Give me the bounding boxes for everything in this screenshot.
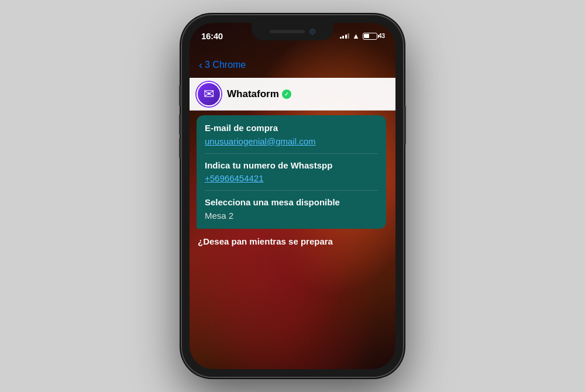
battery-icon [363,33,377,40]
battery-container: 43 [363,33,385,40]
battery-percentage: 43 [378,33,385,39]
back-chevron-icon: ‹ [199,59,202,71]
chat-area: E-mail de compra unusuariogenial@gmail.c… [190,111,395,369]
signal-bar-3 [345,35,347,39]
status-icons: ▲ 43 [340,32,386,40]
partial-message-container: ¿Desea pan mientras se prepara [190,233,395,250]
message-bubble: E-mail de compra unusuariogenial@gmail.c… [197,115,386,229]
divider-2 [205,190,378,191]
signal-bar-2 [342,36,344,39]
verified-check-icon: ✓ [284,91,289,97]
wa-header: ✉ Whataform ✓ [190,78,395,111]
field-email: E-mail de compra unusuariogenial@gmail.c… [205,122,378,147]
nav-bar: ‹ 3 Chrome [190,52,395,78]
verified-badge: ✓ [282,90,291,99]
signal-bar-1 [340,37,342,39]
avatar-icon: ✉ [204,87,214,102]
contact-name: Whataform [227,88,279,100]
scene: 16:40 ▲ 43 [170,15,415,377]
field-mesa: Selecciona una mesa disponible Mesa 2 [205,197,378,222]
field-mesa-label: Selecciona una mesa disponible [205,197,378,208]
battery-level [364,34,369,38]
field-email-value[interactable]: unusuariogenial@gmail.com [205,135,378,147]
signal-bars-icon [340,33,350,39]
phone-shell: 16:40 ▲ 43 [181,15,404,377]
contact-info: Whataform ✓ [227,88,291,100]
partial-message-text: ¿Desea pan mientras se prepara [198,236,333,246]
field-mesa-value: Mesa 2 [205,209,378,222]
field-phone: Indica tu numero de Whastspp +5696645442… [205,160,378,185]
status-time: 16:40 [201,31,340,41]
field-phone-label: Indica tu numero de Whastspp [205,160,378,171]
signal-bar-4 [347,33,349,39]
avatar: ✉ [197,82,221,106]
screen: 16:40 ▲ 43 [190,23,395,369]
back-button[interactable]: ‹ 3 Chrome [199,59,246,71]
status-bar: 16:40 ▲ 43 [190,23,395,52]
field-phone-value[interactable]: +56966454421 [205,172,378,184]
divider-1 [205,153,378,154]
wifi-icon: ▲ [352,32,360,40]
field-email-label: E-mail de compra [205,122,378,134]
back-label: 3 Chrome [205,60,246,70]
